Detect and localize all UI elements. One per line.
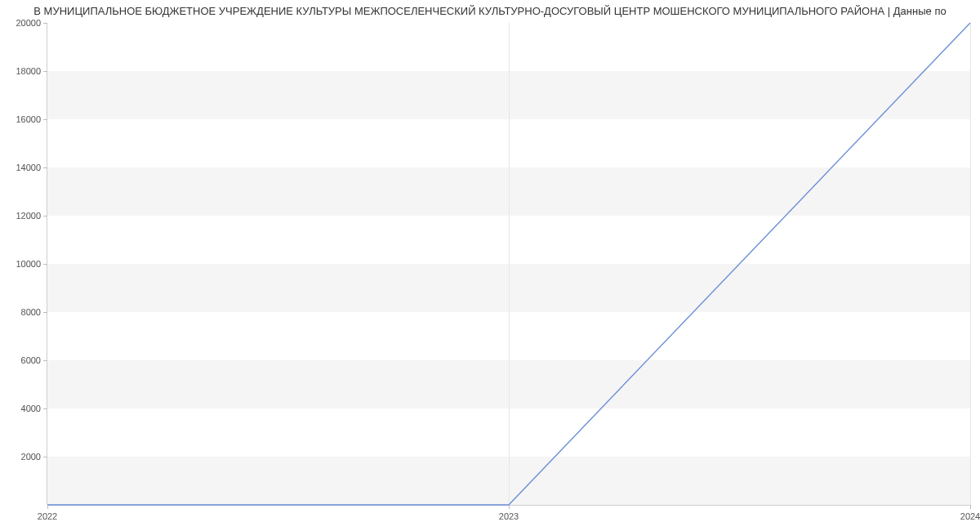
- chart-container: В МУНИЦИПАЛЬНОЕ БЮДЖЕТНОЕ УЧРЕЖДЕНИЕ КУЛ…: [0, 0, 980, 531]
- chart-title: В МУНИЦИПАЛЬНОЕ БЮДЖЕТНОЕ УЧРЕЖДЕНИЕ КУЛ…: [0, 0, 980, 20]
- y-tick-mark: [43, 71, 47, 72]
- y-tick-mark: [43, 119, 47, 120]
- plot-area: 2000400060008000100001200014000160001800…: [47, 23, 970, 505]
- y-tick-mark: [43, 264, 47, 265]
- x-tick-mark: [47, 505, 48, 509]
- y-tick-mark: [43, 216, 47, 216]
- data-series-line: [47, 23, 970, 505]
- y-tick-mark: [43, 360, 47, 361]
- y-tick-mark: [43, 312, 47, 313]
- y-tick-mark: [43, 408, 47, 409]
- x-tick-mark: [509, 505, 510, 509]
- line-plot: [47, 23, 970, 505]
- x-gridline: [970, 23, 971, 505]
- y-tick-mark: [43, 23, 47, 24]
- y-tick-mark: [43, 457, 47, 457]
- y-tick-mark: [43, 167, 47, 168]
- x-tick-mark: [970, 505, 971, 509]
